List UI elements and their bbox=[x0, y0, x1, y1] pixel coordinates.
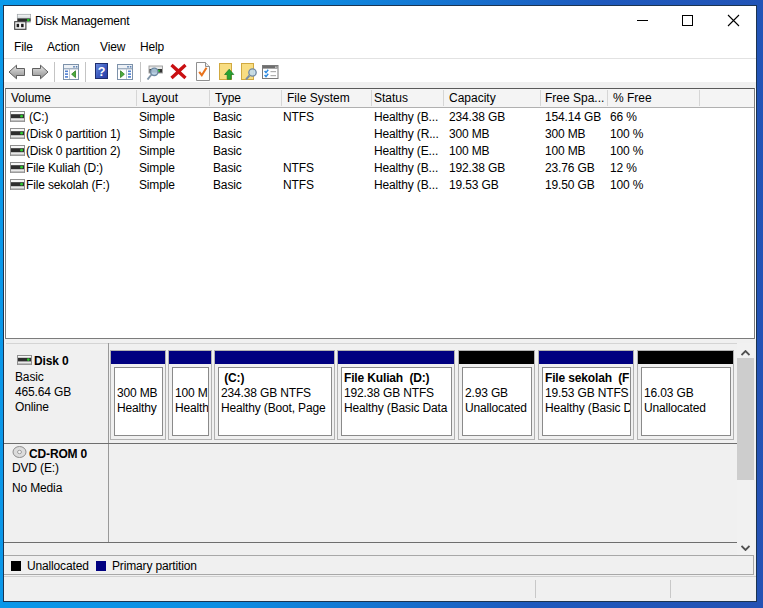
svg-text:?: ? bbox=[98, 65, 106, 79]
